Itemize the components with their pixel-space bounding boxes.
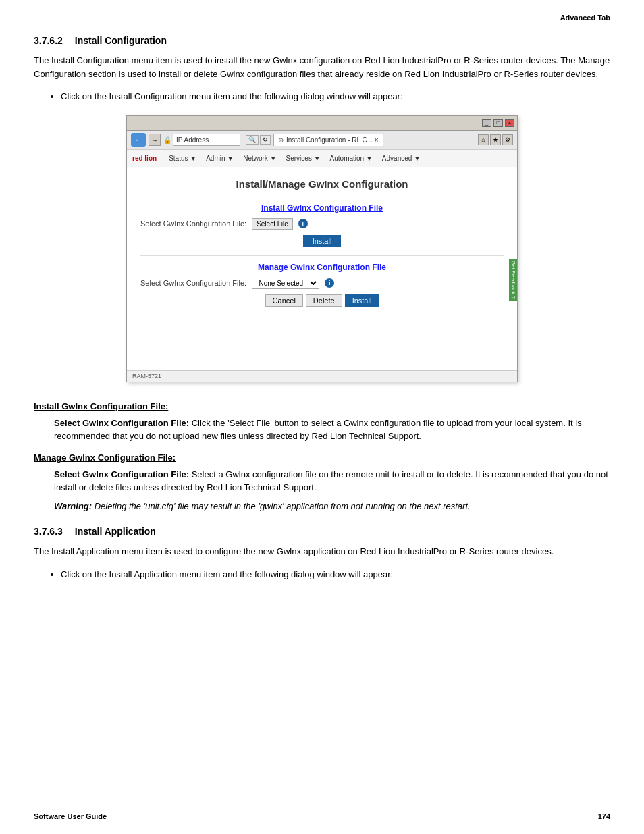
section-362-number: 3.7.6.2 [34, 35, 63, 46]
browser-content: Install/Manage GwInx Configuration Insta… [127, 167, 517, 382]
browser-titlebar: _ □ × [127, 116, 517, 131]
titlebar-buttons: _ □ × [482, 119, 514, 127]
content-page-title: Install/Manage GwInx Configuration [140, 178, 504, 190]
nav-admin[interactable]: Admin ▼ [202, 153, 238, 163]
install-form-label: Select GwInx Configuration File: [140, 219, 246, 228]
search-btn[interactable]: 🔍 [246, 135, 259, 145]
manage-dropdown[interactable]: -None Selected- [252, 278, 319, 289]
forward-button[interactable]: → [149, 134, 161, 146]
address-bar[interactable] [173, 134, 240, 146]
section-362-heading: 3.7.6.2 Install Configuration [34, 35, 610, 46]
warning-text: Warning: Deleting the 'unit.cfg' file ma… [54, 500, 610, 513]
nav-status[interactable]: Status ▼ [165, 153, 200, 163]
browser-icons: ⌂ ★ ⚙ [478, 134, 513, 145]
page-content-area: Install/Manage GwInx Configuration Insta… [127, 167, 517, 370]
brand-logo: red lion [132, 155, 157, 162]
browser-toolbar: ← → 🔒 🔍 ↻ ⊕ Install Configuration - RL C… [127, 131, 517, 150]
install-section-title[interactable]: Install GwInx Configuration File [140, 203, 504, 213]
browser-footer-text: RAM-5721 [132, 373, 161, 380]
settings-icon[interactable]: ⚙ [502, 134, 513, 145]
star-icon[interactable]: ★ [490, 134, 501, 145]
nav-advanced[interactable]: Advanced ▼ [378, 153, 425, 163]
footer-right: 174 [598, 812, 610, 820]
section-362-title: Install Configuration [75, 35, 167, 46]
delete-button[interactable]: Delete [306, 294, 342, 307]
manage-info-icon[interactable]: i [325, 278, 334, 288]
separator [140, 255, 504, 256]
feedback-tab[interactable]: Get Feedback ? [509, 259, 517, 301]
install-gwlnx-heading: Install GwInx Configuration File: [34, 401, 610, 411]
shield-icon: 🔒 [163, 136, 171, 144]
maximize-btn[interactable]: □ [493, 119, 503, 127]
close-btn[interactable]: × [505, 119, 514, 127]
section-363-heading: 3.7.6.3 Install Application [34, 526, 610, 537]
footer-left: Software User Guide [34, 812, 107, 820]
manage-gwlnx-definition: Select GwInx Configuration File: Select … [54, 468, 610, 494]
action-buttons: Cancel Delete Install [140, 294, 504, 307]
manage-gwlnx-heading: Manage GwInx Configuration File: [34, 452, 610, 463]
nav-services[interactable]: Services ▼ [282, 153, 325, 163]
install-form-row: Select GwInx Configuration File: Select … [140, 218, 504, 230]
browser-window: _ □ × ← → 🔒 🔍 ↻ ⊕ Install Configuration … [126, 115, 518, 382]
manage-gwlnx-label: Select GwInx Configuration File: [54, 469, 189, 479]
manage-form-row: Select GwInx Configuration File: -None S… [140, 278, 504, 289]
cancel-button[interactable]: Cancel [265, 294, 303, 307]
manage-form-label: Select GwInx Configuration File: [140, 279, 246, 287]
minimize-btn[interactable]: _ [482, 119, 491, 127]
header-title: Advanced Tab [560, 14, 610, 22]
install-gwlnx-definition: Select GwInx Configuration File: Click t… [54, 417, 610, 443]
bullet-list-363: Click on the Install Application menu it… [61, 568, 610, 581]
install-info-icon[interactable]: i [298, 219, 308, 228]
browser-tab[interactable]: ⊕ Install Configuration - RL C .. × [273, 134, 383, 146]
app-navbar: red lion Status ▼ Admin ▼ Network ▼ Serv… [127, 150, 517, 167]
bullet-list-362: Click on the Install Configuration menu … [61, 90, 610, 103]
install-button[interactable]: Install [303, 235, 342, 247]
section-363-number: 3.7.6.3 [34, 526, 63, 537]
body-text-362: The Install Configuration menu item is u… [34, 54, 610, 80]
refresh-btn[interactable]: ↻ [260, 135, 271, 145]
browser-footer: RAM-5721 [127, 370, 517, 382]
page-footer: Software User Guide 174 [34, 812, 610, 820]
tab-label: Install Configuration - RL C .. × [286, 136, 379, 144]
section-363-title: Install Application [75, 526, 156, 537]
warning-bold-prefix: Warning: [54, 501, 95, 511]
home-icon[interactable]: ⌂ [478, 134, 489, 145]
body-text-363: The Install Application menu item is use… [34, 545, 610, 558]
page-header: Advanced Tab [34, 14, 610, 22]
manage-install-button[interactable]: Install [345, 294, 379, 307]
select-file-button[interactable]: Select File [252, 218, 293, 230]
warning-body: Deleting the 'unit.cfg' file may result … [95, 501, 471, 511]
nav-network[interactable]: Network ▼ [239, 153, 280, 163]
bullet-item-362: Click on the Install Configuration menu … [61, 90, 610, 103]
install-gwlnx-label: Select GwInx Configuration File: [54, 418, 189, 428]
nav-automation[interactable]: Automation ▼ [326, 153, 377, 163]
tab-icon: ⊕ [278, 136, 284, 144]
bullet-item-363: Click on the Install Application menu it… [61, 568, 610, 581]
back-button[interactable]: ← [131, 133, 146, 147]
manage-section-title[interactable]: Manage GwInx Configuration File [140, 263, 504, 272]
